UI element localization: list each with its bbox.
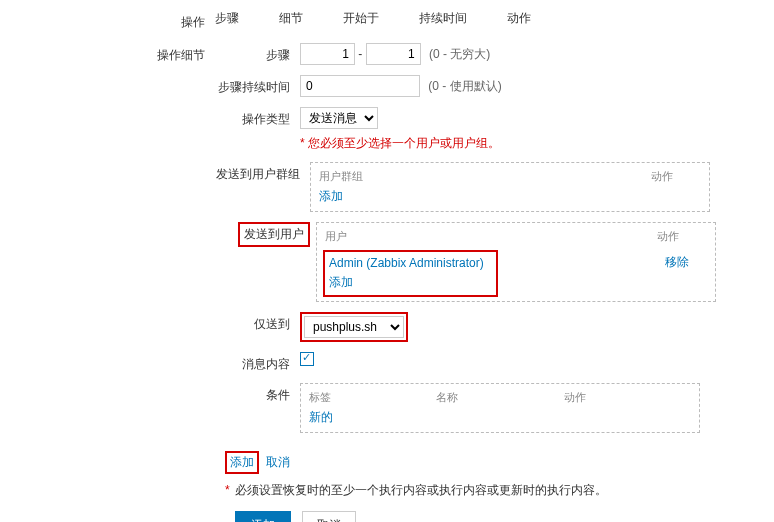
groups-table: 用户群组 动作 添加 bbox=[310, 162, 710, 212]
footer-warning: 必须设置恢复时的至少一个执行内容或执行内容或更新时的执行内容。 bbox=[235, 483, 607, 497]
tab-start-at[interactable]: 开始于 bbox=[343, 10, 379, 27]
operation-type-select[interactable]: 发送消息 bbox=[300, 107, 378, 129]
step-duration-label: 步骤持续时间 bbox=[215, 75, 300, 96]
cond-th-tag: 标签 bbox=[309, 390, 436, 405]
step-duration-hint: (0 - 使用默认) bbox=[428, 79, 501, 93]
operation-type-warning: * 您必须至少选择一个用户或用户组。 bbox=[300, 135, 754, 152]
footer-add-box: 添加 bbox=[225, 451, 259, 474]
step-duration-input[interactable] bbox=[300, 75, 420, 97]
cancel-button[interactable]: 取消 bbox=[302, 511, 356, 522]
send-to-groups-label: 发送到用户群组 bbox=[215, 162, 310, 183]
operation-details-label: 操作细节 bbox=[20, 43, 215, 64]
tab-duration[interactable]: 持续时间 bbox=[419, 10, 467, 27]
cond-new-link[interactable]: 新的 bbox=[309, 410, 333, 424]
message-content-label: 消息内容 bbox=[215, 352, 300, 373]
users-th-action: 动作 bbox=[657, 229, 707, 244]
send-to-users-label-box: 发送到用户 bbox=[238, 222, 310, 247]
tab-details[interactable]: 细节 bbox=[279, 10, 303, 27]
conditions-label: 条件 bbox=[215, 383, 300, 404]
groups-add-link[interactable]: 添加 bbox=[319, 189, 343, 203]
users-th-name: 用户 bbox=[325, 229, 657, 244]
groups-th-action: 动作 bbox=[651, 169, 701, 184]
user-row-name[interactable]: Admin (Zabbix Administrator) bbox=[329, 256, 492, 270]
operations-label: 操作 bbox=[20, 10, 215, 31]
warning-asterisk: * bbox=[225, 483, 230, 497]
cond-th-action: 动作 bbox=[564, 390, 691, 405]
footer-add-link[interactable]: 添加 bbox=[230, 455, 254, 469]
steps-label: 步骤 bbox=[215, 43, 300, 64]
tab-action[interactable]: 动作 bbox=[507, 10, 531, 27]
footer-cancel-link[interactable]: 取消 bbox=[266, 455, 290, 469]
tab-steps[interactable]: 步骤 bbox=[215, 10, 239, 27]
cond-th-name: 名称 bbox=[436, 390, 563, 405]
only-to-label: 仅送到 bbox=[215, 312, 300, 333]
footer-links: 添加 取消 bbox=[225, 451, 754, 474]
users-add-link[interactable]: 添加 bbox=[329, 275, 353, 289]
step-hint: (0 - 无穷大) bbox=[429, 47, 490, 61]
only-to-select[interactable]: pushplus.sh bbox=[304, 316, 404, 338]
operation-type-label: 操作类型 bbox=[215, 107, 300, 128]
message-content-checkbox[interactable] bbox=[300, 352, 314, 366]
send-to-users-label: 发送到用户 bbox=[244, 227, 304, 241]
only-to-box: pushplus.sh bbox=[300, 312, 408, 342]
step-to-input[interactable] bbox=[366, 43, 421, 65]
groups-th-name: 用户群组 bbox=[319, 169, 651, 184]
step-dash: - bbox=[358, 47, 362, 61]
tabs-header: 步骤 细节 开始于 持续时间 动作 bbox=[215, 10, 754, 27]
user-row-remove[interactable]: 移除 bbox=[665, 255, 689, 269]
users-selected-box: Admin (Zabbix Administrator) 添加 bbox=[323, 250, 498, 297]
conditions-table: 标签 名称 动作 新的 bbox=[300, 383, 700, 433]
users-table: 用户 动作 Admin (Zabbix Administrator) 添加 bbox=[316, 222, 716, 302]
add-button[interactable]: 添加 bbox=[235, 511, 291, 522]
step-from-input[interactable] bbox=[300, 43, 355, 65]
